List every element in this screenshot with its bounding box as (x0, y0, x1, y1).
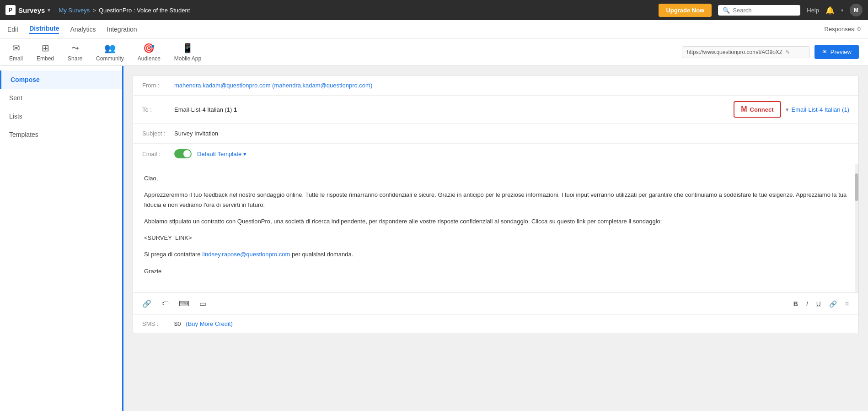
sidebar-item-compose[interactable]: Compose (0, 70, 122, 89)
to-label: To : (142, 106, 174, 113)
breadcrumb: My Surveys > QuestionPro : Voice of the … (59, 7, 190, 14)
subject-row: Subject : Survey Invitation (133, 124, 858, 144)
edit-url-icon[interactable]: ✎ (785, 49, 790, 55)
to-value: Email-List-4 Italian (1) 1 (174, 106, 734, 113)
align-button[interactable]: ≡ (843, 299, 851, 308)
share-tool-label: Share (68, 55, 82, 62)
sidebar-sent-label: Sent (9, 94, 22, 102)
link-icon[interactable]: 🔗 (140, 297, 153, 310)
sidebar-compose-label: Compose (11, 76, 40, 83)
brand-name: Surveys (18, 6, 45, 14)
bold-button[interactable]: B (791, 299, 800, 308)
sidebar-lists-label: Lists (9, 113, 22, 120)
body-signature: Grazie (144, 266, 847, 276)
buy-credit-link[interactable]: (Buy More Credit) (186, 320, 233, 327)
sidebar-item-templates[interactable]: Templates (0, 125, 122, 144)
search-icon: 🔍 (723, 7, 730, 14)
community-tool-label: Community (96, 55, 124, 62)
email-tool-label: Email (9, 55, 23, 62)
community-tool[interactable]: 👥 Community (96, 43, 124, 62)
audience-tool-label: Audience (138, 55, 161, 62)
sidebar-item-lists[interactable]: Lists (0, 107, 122, 125)
tag-icon[interactable]: 🏷 (160, 298, 171, 310)
analytics-tab[interactable]: Analytics (70, 26, 96, 33)
to-list-name: Email-List-4 Italian (1) (174, 106, 232, 113)
email-toggle[interactable] (174, 149, 192, 158)
embed-icon: ⊞ (42, 43, 49, 54)
breadcrumb-separator: > (92, 7, 96, 14)
toolbar-items: ✉ Email ⊞ Embed ⤳ Share 👥 Community 🎯 Au… (9, 43, 201, 62)
upgrade-button[interactable]: Upgrade Now (659, 4, 712, 17)
sidebar: Compose Sent Lists Templates (0, 66, 123, 411)
action-bar: Edit Distribute Analytics Integration Re… (0, 20, 868, 38)
search-input[interactable] (733, 7, 796, 14)
sms-value: $0 (Buy More Credit) (174, 320, 233, 327)
scrollbar-thumb[interactable] (855, 173, 858, 201)
subject-value: Survey Invitation (174, 130, 849, 137)
embed-tool[interactable]: ⊞ Embed (37, 43, 54, 62)
mobile-tool[interactable]: 📱 Mobile App (174, 43, 201, 62)
eye-icon: 👁 (822, 49, 828, 55)
bottom-toolbar-right: B I U 🔗 ≡ (791, 299, 851, 308)
logo-icon: P (5, 5, 16, 15)
template-chevron-icon: ▾ (243, 151, 246, 157)
top-navigation: P Surveys ▾ My Surveys > QuestionPro : V… (0, 0, 868, 20)
preview-button[interactable]: 👁 Preview (814, 45, 859, 59)
brand-dropdown-arrow[interactable]: ▾ (48, 7, 50, 13)
email-body[interactable]: Ciao, Apprezzeremmo il tuo feedback nel … (133, 164, 858, 292)
email-list-chip[interactable]: ▾ Email-List-4 Italian (1) (786, 106, 849, 113)
community-icon: 👥 (104, 43, 116, 54)
breadcrumb-current: QuestionPro : Voice of the Student (99, 7, 190, 14)
sms-cost: $0 (174, 320, 181, 327)
frame-icon[interactable]: ▭ (198, 297, 208, 310)
bottom-toolbar: 🔗 🏷 ⌨ ▭ B I U 🔗 ≡ (133, 292, 858, 314)
sidebar-item-sent[interactable]: Sent (0, 89, 122, 107)
top-nav-right: Upgrade Now 🔍 Help 🔔 ▾ M (659, 4, 863, 17)
survey-url-text: https://www.questionpro.com/t/AO9oXZ (687, 49, 782, 55)
nav-dropdown-arrow[interactable]: ▾ (841, 8, 843, 13)
default-template-label: Default Template (197, 151, 241, 157)
integration-tab[interactable]: Integration (107, 26, 137, 33)
compose-area: From : mahendra.kadam@questionpro.com (m… (123, 66, 868, 411)
audience-tool[interactable]: 🎯 Audience (138, 43, 161, 62)
email-row-label: Email : (142, 151, 174, 157)
email-icon: ✉ (12, 43, 20, 54)
toolbar-right: https://www.questionpro.com/t/AO9oXZ ✎ 👁… (682, 45, 859, 59)
gmail-icon: M (741, 105, 747, 114)
action-bar-right: Responses: 0 (825, 26, 861, 32)
share-tool[interactable]: ⤳ Share (68, 43, 82, 62)
body-greeting: Ciao, (144, 173, 847, 184)
email-row: Email : Default Template ▾ (133, 144, 858, 164)
sms-label: SMS : (142, 320, 174, 327)
connect-button[interactable]: M Connect (734, 101, 781, 118)
default-template-dropdown[interactable]: Default Template ▾ (197, 151, 246, 157)
body-paragraph1: Apprezzeremmo il tuo feedback nel nostro… (144, 190, 847, 210)
main-content: Compose Sent Lists Templates From : mahe… (0, 66, 868, 411)
edit-tab[interactable]: Edit (7, 26, 18, 33)
logo-letter: P (9, 7, 12, 13)
email-tool[interactable]: ✉ Email (9, 43, 23, 62)
hyperlink-button[interactable]: 🔗 (827, 299, 839, 308)
search-box: 🔍 (718, 5, 800, 16)
preview-label: Preview (830, 49, 852, 55)
user-avatar[interactable]: M (850, 4, 863, 16)
help-link[interactable]: Help (807, 7, 819, 14)
notification-icon[interactable]: 🔔 (825, 6, 835, 15)
sms-row: SMS : $0 (Buy More Credit) (133, 314, 858, 333)
email-list-name: Email-List-4 Italian (1) (792, 106, 849, 113)
keyboard-icon[interactable]: ⌨ (177, 297, 191, 310)
italic-button[interactable]: I (804, 299, 810, 308)
underline-button[interactable]: U (814, 299, 823, 308)
sidebar-templates-label: Templates (9, 131, 38, 138)
breadcrumb-my-surveys[interactable]: My Surveys (59, 7, 90, 14)
mobile-tool-label: Mobile App (174, 55, 201, 62)
body-survey-link: <SURVEY_LINK> (144, 233, 847, 243)
embed-tool-label: Embed (37, 55, 54, 62)
survey-url-box: https://www.questionpro.com/t/AO9oXZ ✎ (682, 46, 810, 58)
from-email[interactable]: mahendra.kadam@questionpro.com (mahendra… (174, 82, 372, 89)
contact-email-link[interactable]: lindsey.rapose@questionpro.com (202, 251, 290, 258)
to-count: 1 (234, 106, 237, 113)
distribute-tab[interactable]: Distribute (29, 25, 59, 34)
logo-area[interactable]: P Surveys ▾ (5, 5, 50, 15)
action-bar-left: Edit Distribute Analytics Integration (7, 25, 137, 34)
